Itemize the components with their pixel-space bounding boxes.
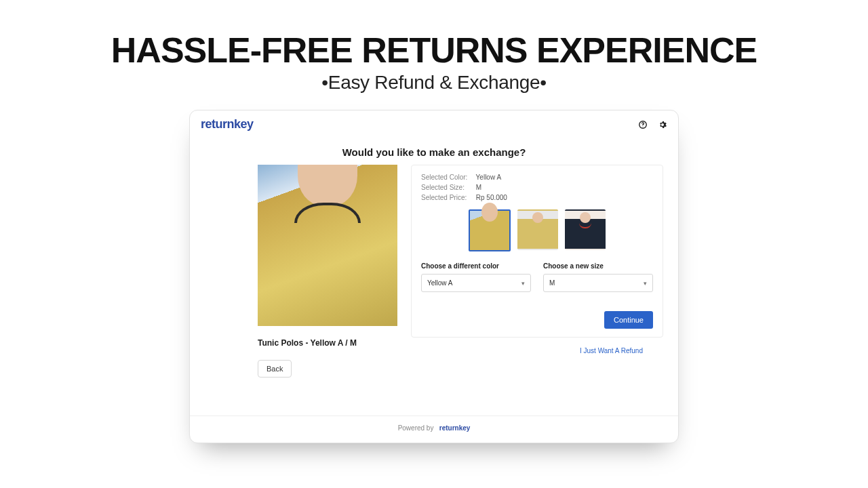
hero-subtitle: •Easy Refund & Exchange• — [0, 72, 868, 94]
app-header: returnkey — [190, 110, 678, 137]
product-title: Tunic Polos - Yellow A / M — [258, 338, 397, 348]
meta-color-value: Yellow A — [476, 174, 501, 181]
meta-price-value: Rp 50.000 — [476, 194, 507, 201]
meta-color: Selected Color: Yellow A — [421, 174, 653, 181]
content-row: Tunic Polos - Yellow A / M Back Selected… — [190, 165, 678, 384]
brand-logo: returnkey — [201, 117, 254, 131]
refund-row: I Just Want A Refund — [411, 347, 663, 354]
product-column: Tunic Polos - Yellow A / M Back — [258, 165, 397, 378]
selectors-row: Choose a different color Yellow A ▾ Choo… — [421, 262, 653, 292]
refund-link[interactable]: I Just Want A Refund — [580, 347, 646, 354]
footer-brand: returnkey — [439, 424, 471, 432]
brand-part-2: key — [234, 117, 254, 131]
product-image — [258, 165, 397, 326]
continue-button[interactable]: Continue — [604, 311, 653, 329]
color-select-label: Choose a different color — [421, 262, 531, 270]
meta-size-label: Selected Size: — [421, 184, 474, 191]
variant-thumb-yellow-b[interactable] — [517, 209, 558, 250]
chevron-down-icon: ▾ — [644, 280, 647, 287]
size-select-label: Choose a new size — [543, 262, 653, 270]
back-button[interactable]: Back — [258, 360, 292, 378]
size-select-value: M — [549, 279, 555, 287]
size-select[interactable]: M ▾ — [543, 274, 653, 292]
app-footer: Powered by returnkey — [190, 415, 678, 443]
color-select[interactable]: Yellow A ▾ — [421, 274, 531, 292]
meta-color-label: Selected Color: — [421, 174, 474, 181]
meta-size-value: M — [476, 184, 481, 191]
meta-size: Selected Size: M — [421, 184, 653, 191]
meta-price-label: Selected Price: — [421, 194, 474, 201]
svg-point-1 — [642, 126, 643, 127]
variant-thumb-yellow-a[interactable] — [469, 209, 511, 251]
exchange-column: Selected Color: Yellow A Selected Size: … — [411, 165, 663, 354]
page-heading: Would you like to make an exchange? — [190, 137, 678, 165]
color-select-group: Choose a different color Yellow A ▾ — [421, 262, 531, 292]
meta-price: Selected Price: Rp 50.000 — [421, 194, 653, 201]
gear-icon[interactable] — [657, 119, 667, 129]
marketing-hero: HASSLE-FREE RETURNS EXPERIENCE •Easy Ref… — [0, 0, 868, 94]
header-actions — [637, 119, 667, 129]
size-select-group: Choose a new size M ▾ — [543, 262, 653, 292]
color-select-value: Yellow A — [427, 279, 452, 287]
brand-part-1: return — [201, 117, 234, 131]
variant-thumb-navy[interactable] — [565, 209, 606, 250]
footer-powered: Powered by — [398, 424, 434, 432]
app-window: returnkey Would you like to make an exch… — [189, 110, 679, 443]
hero-title: HASSLE-FREE RETURNS EXPERIENCE — [0, 33, 868, 68]
variant-thumbnails — [421, 209, 653, 251]
help-icon[interactable] — [637, 119, 648, 129]
exchange-card: Selected Color: Yellow A Selected Size: … — [411, 165, 663, 338]
chevron-down-icon: ▾ — [521, 280, 525, 287]
